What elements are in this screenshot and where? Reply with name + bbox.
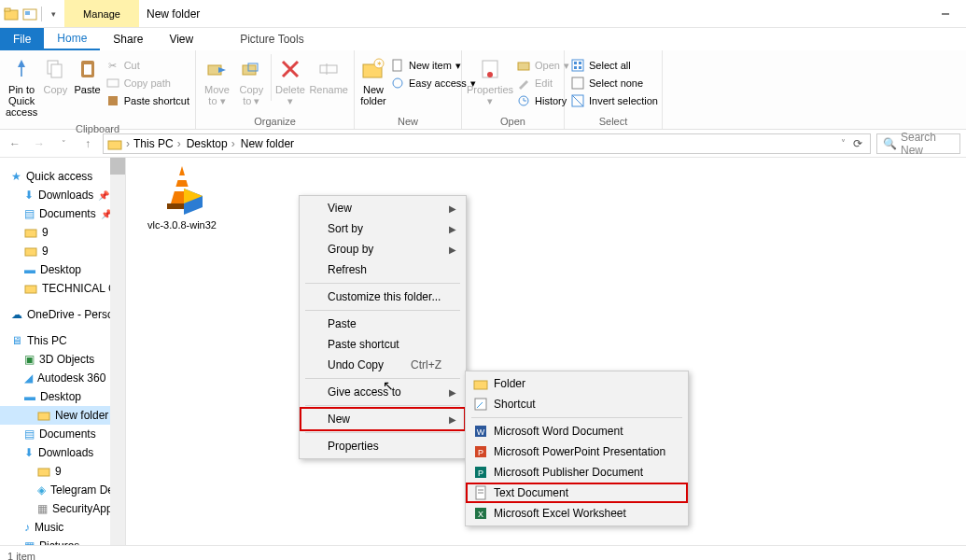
- ctx-customize[interactable]: Customize this folder...: [301, 287, 464, 307]
- invert-selection-button[interactable]: Invert selection: [570, 93, 658, 108]
- address-box[interactable]: › This PC› Desktop› New folder ˅ ⟳: [103, 133, 871, 154]
- svg-text:P: P: [478, 448, 483, 457]
- nav-technical[interactable]: TECHNICAL CON: [0, 279, 125, 298]
- copy-button[interactable]: Copy: [41, 54, 69, 95]
- ctx-paste-shortcut[interactable]: Paste shortcut: [301, 334, 464, 355]
- crumb-desktop[interactable]: Desktop›: [187, 137, 237, 150]
- tab-file[interactable]: File: [0, 28, 44, 50]
- search-input[interactable]: 🔍 Search New: [876, 133, 960, 154]
- ctx-new-text[interactable]: Text Document: [466, 483, 688, 503]
- tab-view[interactable]: View: [156, 28, 206, 50]
- nav-3d-objects[interactable]: ▣3D Objects: [0, 350, 125, 369]
- history-button[interactable]: History: [516, 93, 569, 108]
- folder-icon: [473, 376, 488, 391]
- select-all-button[interactable]: Select all: [570, 58, 658, 73]
- ctx-paste[interactable]: Paste: [301, 314, 464, 334]
- pin-to-quick-access-button[interactable]: Pin to Quick access: [6, 54, 37, 118]
- chevron-right-icon: ▶: [449, 203, 456, 214]
- copy-to-button[interactable]: Copy to ▾: [236, 54, 267, 106]
- tab-picture-tools[interactable]: Picture Tools: [227, 28, 316, 50]
- crumb-this-pc[interactable]: This PC›: [133, 137, 183, 150]
- ctx-group-by[interactable]: Group by▶: [301, 239, 464, 259]
- move-to-button[interactable]: Move to ▾: [202, 54, 232, 106]
- up-button[interactable]: ↑: [78, 137, 97, 150]
- open-button[interactable]: Open ▾: [516, 58, 569, 73]
- pin-icon: [8, 56, 35, 82]
- address-dropdown-icon[interactable]: ˅: [841, 138, 846, 148]
- nav-documents-pc[interactable]: ▤Documents: [0, 425, 125, 443]
- svg-rect-3: [25, 11, 30, 15]
- nav-pictures[interactable]: ▦Pictures: [0, 537, 125, 545]
- nav-downloads-qa[interactable]: ⬇Downloads📌: [0, 186, 125, 204]
- ctx-sort-by[interactable]: Sort by▶: [301, 218, 464, 239]
- ctx-new-shortcut[interactable]: Shortcut: [468, 394, 686, 414]
- nav-onedrive[interactable]: ☁OneDrive - Person: [0, 305, 125, 324]
- forward-button[interactable]: →: [30, 137, 49, 150]
- ctx-new-folder[interactable]: Folder: [468, 373, 686, 394]
- ctx-undo[interactable]: Undo CopyCtrl+Z: [301, 355, 464, 375]
- paste-shortcut-button[interactable]: Paste shortcut: [105, 93, 189, 108]
- ctx-refresh[interactable]: Refresh: [301, 259, 464, 280]
- svg-rect-39: [177, 175, 187, 180]
- shortcut-icon: [473, 397, 488, 412]
- new-folder-button[interactable]: ✶ New folder: [360, 54, 386, 106]
- recent-dropdown[interactable]: ˅: [54, 139, 73, 148]
- svg-rect-15: [320, 65, 337, 73]
- nav-music[interactable]: ♪Music: [0, 518, 125, 537]
- refresh-icon[interactable]: ⟳: [853, 137, 862, 150]
- delete-icon: [277, 56, 303, 82]
- nav-scrollbar[interactable]: [110, 158, 125, 545]
- excel-icon: X: [473, 506, 488, 521]
- copy-to-icon: [238, 56, 264, 82]
- nav-telegram[interactable]: ◈Telegram Deskt: [0, 481, 125, 499]
- back-button[interactable]: ←: [6, 137, 24, 150]
- nav-9b[interactable]: 9: [0, 242, 125, 260]
- ctx-new[interactable]: New▶: [300, 407, 466, 431]
- svg-rect-26: [572, 60, 583, 71]
- ctx-properties[interactable]: Properties: [301, 436, 464, 456]
- folder-icon: [24, 226, 37, 239]
- nav-9a[interactable]: 9: [0, 223, 125, 242]
- ctx-new-xls[interactable]: XMicrosoft Excel Worksheet: [468, 503, 686, 524]
- nav-desktop-qa[interactable]: ▬Desktop: [0, 260, 125, 279]
- nav-new-folder[interactable]: New folder: [0, 406, 125, 425]
- nav-security[interactable]: ▦SecurityApplian: [0, 499, 125, 518]
- nav-downloads-pc[interactable]: ⬇Downloads: [0, 443, 125, 462]
- nav-desktop-pc[interactable]: ▬Desktop: [0, 387, 125, 406]
- pictures-icon: ▦: [24, 539, 35, 545]
- edit-icon: [516, 76, 531, 91]
- nav-9c[interactable]: 9: [0, 462, 125, 481]
- qat-dropdown-icon[interactable]: ▾: [46, 7, 61, 21]
- cut-button[interactable]: ✂Cut: [105, 58, 189, 73]
- ctx-new-ppt[interactable]: PMicrosoft PowerPoint Presentation: [468, 441, 686, 462]
- nav-quick-access[interactable]: ★Quick access: [0, 167, 125, 186]
- file-item-vlc[interactable]: vlc-3.0.8-win32: [145, 162, 219, 231]
- invert-icon: [570, 93, 585, 108]
- properties-icon: [477, 56, 503, 82]
- nav-documents-qa[interactable]: ▤Documents📌: [0, 204, 125, 223]
- rename-button[interactable]: Rename: [309, 54, 348, 95]
- scrollbar-thumb[interactable]: [110, 158, 125, 175]
- ctx-new-word[interactable]: WMicrosoft Word Document: [468, 421, 686, 441]
- select-none-button[interactable]: Select none: [570, 76, 658, 91]
- address-bar: ← → ˅ ↑ › This PC› Desktop› New folder ˅…: [0, 130, 966, 158]
- delete-button[interactable]: Delete ▾: [275, 54, 306, 106]
- crumb-new-folder[interactable]: New folder: [241, 137, 294, 150]
- tab-share[interactable]: Share: [100, 28, 156, 50]
- edit-button[interactable]: Edit: [516, 76, 569, 91]
- copy-path-button[interactable]: Copy path: [105, 76, 189, 91]
- paste-button[interactable]: Paste: [73, 54, 101, 95]
- tab-home[interactable]: Home: [44, 28, 100, 50]
- nav-this-pc[interactable]: 🖥This PC: [0, 331, 125, 350]
- ctx-new-pub[interactable]: PMicrosoft Publisher Document: [468, 462, 686, 483]
- nav-autodesk[interactable]: ◢Autodesk 360: [0, 369, 125, 387]
- manage-context-tab[interactable]: Manage: [64, 0, 139, 27]
- open-icon: [516, 58, 531, 73]
- properties-button[interactable]: Properties ▾: [468, 54, 512, 106]
- ctx-view[interactable]: View▶: [301, 198, 464, 218]
- manage-label: Manage: [83, 8, 120, 20]
- svg-rect-20: [393, 60, 401, 71]
- ctx-give-access[interactable]: Give access to▶: [301, 382, 464, 402]
- minimize-button[interactable]: [925, 0, 966, 27]
- vlc-icon: [156, 162, 208, 215]
